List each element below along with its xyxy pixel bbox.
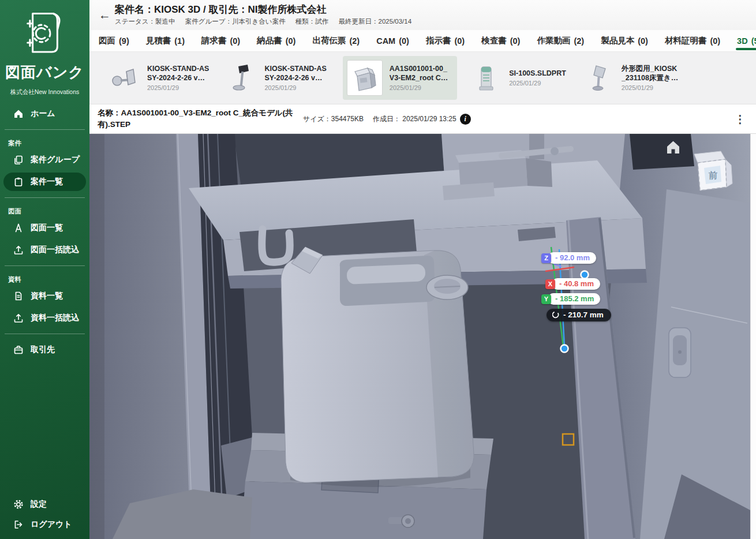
total-measurement-label: - 210.7 mm [547,309,611,321]
company-name: 株式会社New Innovations [0,88,89,96]
case-kind: 種類：試作 [295,18,329,25]
app-name: 図面バンク [0,62,89,83]
signboard-thumbnail-icon [582,62,615,94]
sidebar-item-label: 図面一覧 [31,223,63,233]
cylinder-part-thumbnail-icon [470,62,502,94]
file-info-bar: 名称：AA1S001001-00_V3-EM2_root C_統合モデル(共有)… [89,104,756,134]
sidebar-item-anken-group[interactable]: 案件グループ [3,151,86,169]
sidebar-item-logout[interactable]: ログアウト [3,515,86,534]
part-bracket-thumbnail-icon [108,62,140,94]
drafting-compass-icon [13,223,24,234]
sidebar-item-label: 取引先 [31,345,55,355]
kebab-menu-icon[interactable]: ⋮ [735,113,746,126]
x-axis-chip: X [545,279,555,289]
tab-zairyoshomeisho[interactable]: 材料証明書(0) [665,30,720,52]
page-scroll-gutter[interactable] [750,134,756,539]
tab-sagyodoga[interactable]: 作業動画(2) [537,30,584,52]
part-stand-thumbnail-icon [225,62,257,94]
main-content: ← 案件名：KIOSK 3D / 取引先：NI製作所株式会社 ステータス：製造中… [89,0,756,539]
view-cube[interactable]: 前 [690,145,738,201]
sidebar-item-label: 案件一覧 [31,177,63,187]
door-handle [669,328,691,377]
case-header: ← 案件名：KIOSK 3D / 取引先：NI製作所株式会社 ステータス：製造中… [89,0,756,30]
file-name: 外形図用_KIOSK [622,64,678,73]
divider [5,129,85,130]
y-value: - 185.2 mm [548,293,600,305]
tab-zumen[interactable]: 図面(9) [99,30,129,52]
case-group: 案件グループ：川本引き合い案件 [185,18,286,25]
file-name: SY-2024-2-26 v… [147,73,209,83]
file-thumbnail-selected[interactable]: AA1S001001-00_ V3-EM2_root C… 2025/01/29 [343,56,457,100]
divider [5,334,85,334]
back-button[interactable]: ← [99,8,115,22]
3d-scene [89,134,750,539]
sidebar-item-settings[interactable]: 設定 [3,495,86,514]
viewer-home-icon[interactable] [665,140,681,157]
sidebar-item-label: 設定 [31,499,47,510]
sidebar-item-shiryo-import[interactable]: 資料一括読込 [3,309,86,327]
tab-shukkadenpyo[interactable]: 出荷伝票(2) [312,30,360,52]
gear-icon [13,499,24,510]
x-measurement-label: X - 40.8 mm [545,278,600,290]
case-status-line: ステータス：製造中 案件グループ：川本引き合い案件 種類：試作 最終更新日：20… [115,17,420,26]
sidebar-item-shiryo-list[interactable]: 資料一覧 [3,287,86,305]
tab-kensasho[interactable]: 検査書(0) [481,30,520,52]
file-full-name: 名称：AA1S001001-00_V3-EM2_root C_統合モデル(共有)… [98,107,301,130]
clipboard-icon [13,177,24,188]
sidebar-item-label: 資料一覧 [31,291,63,301]
sidebar-item-zumen-import[interactable]: 図面一括読込 [3,241,86,259]
tab-cam[interactable]: CAM(0) [376,30,409,52]
file-name: SY-2024-2-26 v… [264,73,326,83]
z-measurement-label: Z - 92.0 mm [541,252,596,264]
3d-file-strip: KIOSK-STAND-AS SY-2024-2-26 v… 2025/01/2… [89,52,756,104]
sidebar-section-zumen: 図面 [0,203,89,217]
file-name: V3-EM2_root C… [390,73,448,83]
tab-3d[interactable]: 3D(5) [737,30,756,52]
tab-mitsumorisho[interactable]: 見積書(1) [146,30,185,52]
sidebar-item-label: 資料一括読込 [31,313,79,323]
file-name: AA1S001001-00_ [390,64,448,73]
tab-seikyusho[interactable]: 請求書(0) [201,30,240,52]
file-thumbnail[interactable]: KIOSK-STAND-AS SY-2024-2-26 v… 2025/01/2… [108,62,209,94]
sidebar-item-label: 案件グループ [31,155,80,165]
file-name: KIOSK-STAND-AS [147,64,209,73]
sidebar-item-label: ホーム [31,108,55,119]
sidebar-item-label: 図面一括読込 [31,245,79,255]
file-date: 2025/01/29 [622,84,678,92]
file-thumbnail[interactable]: SI-100S.SLDPRT 2025/01/29 [470,62,566,94]
tab-seihinmihon[interactable]: 製品見本(0) [601,30,648,52]
file-created: 作成日： 2025/01/29 13:25 [373,114,456,124]
tab-nohinsho[interactable]: 納品書(0) [257,30,295,52]
3d-viewport[interactable]: Z - 92.0 mm X - 40.8 mm Y - 185.2 mm - 2… [89,134,750,539]
file-meta: サイズ：354475KB 作成日： 2025/01/29 13:25 [303,114,456,124]
measure-point-start[interactable] [581,271,589,279]
jerry-can-tank [281,247,474,487]
sidebar-item-zumen-list[interactable]: 図面一覧 [3,219,86,237]
file-name: KIOSK-STAND-AS [264,64,326,73]
sidebar-item-torihikisaki[interactable]: 取引先 [3,340,86,359]
drawing-bank-logo-icon [23,9,67,60]
file-name: SI-100S.SLDPRT [509,69,566,78]
logout-icon [13,519,24,530]
case-status: ステータス：製造中 [115,18,175,25]
sidebar-section-anken: 案件 [0,134,89,149]
info-icon[interactable]: i [460,114,471,125]
upload-icon [13,245,24,256]
divider [5,197,85,198]
total-length-icon [552,311,560,319]
file-date: 2025/01/29 [264,84,326,92]
sidebar-item-home[interactable]: ホーム [3,104,86,123]
tab-shijisho[interactable]: 指示書(0) [426,30,465,52]
app-logo: 図面バンク 株式会社New Innovations [0,0,89,96]
x-value: - 40.8 mm [552,278,600,290]
measure-point-end[interactable] [561,345,568,353]
y-axis-chip: Y [541,294,551,304]
upload-icon [13,313,24,324]
file-date: 2025/01/29 [509,79,566,87]
document-tabbar: 図面(9) 見積書(1) 請求書(0) 納品書(0) 出荷伝票(2) CAM(0… [89,30,756,52]
sidebar-item-anken-list[interactable]: 案件一覧 [3,173,86,191]
file-thumbnail[interactable]: 外形図用_KIOSK _231108床置き… 2025/01/29 [582,62,678,94]
file-thumbnail[interactable]: KIOSK-STAND-AS SY-2024-2-26 v… 2025/01/2… [225,62,326,94]
home-icon [13,108,24,119]
case-updated: 最終更新日：2025/03/14 [339,18,412,25]
